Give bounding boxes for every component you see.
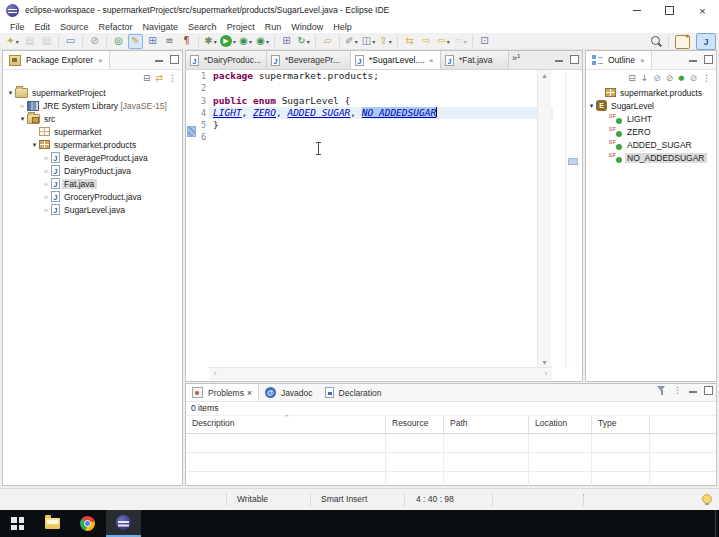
console-icon[interactable]: ▭ [63,34,78,49]
expand-icon[interactable]: ▹ [42,180,51,188]
maximize-view-icon[interactable] [170,55,179,64]
last-edit-location-icon[interactable]: ⇆ [402,34,417,49]
close-icon[interactable]: × [640,56,645,65]
close-icon[interactable]: × [429,56,434,65]
outline-item-no-addedsugar[interactable]: NO_ADDEDSUGAR [586,151,716,164]
tab-outline[interactable]: Outline × [586,51,652,69]
profile-icon[interactable]: ◉ ▾ [255,34,270,49]
link-with-editor-icon[interactable]: ⇄ [155,74,163,83]
sort-icon[interactable]: ↓ [641,74,649,83]
minimize-view-icon[interactable] [689,57,697,62]
expand-icon[interactable]: ▾ [6,89,15,97]
view-menu-icon[interactable]: ⋮ [673,386,682,395]
expand-icon[interactable]: ▾ [18,115,27,123]
vertical-scrollbar[interactable]: ▲ ▼ [537,70,551,368]
outline-item-light[interactable]: LIGHT [586,112,716,125]
open-perspective-icon[interactable] [675,35,690,49]
menu-item[interactable]: Window [286,21,328,33]
explorer-item-sugarlevel-java[interactable]: ▹ SugarLevel.java [3,203,182,216]
start-button[interactable] [2,510,33,537]
tab-sugarlevel-java[interactable]: *SugarLevel.... × [351,51,441,69]
outline-item-zero[interactable]: ZERO [586,125,716,138]
explorer-item-supermarket-products[interactable]: ▾ supermarket.products [3,138,182,151]
new-wizard-icon[interactable]: ✦ ▾ [5,34,20,49]
maximize-view-icon[interactable] [704,386,713,395]
menu-item[interactable]: Project [222,21,260,33]
import-folder-icon[interactable]: ▱ [320,34,335,49]
type-hierarchy-icon[interactable]: ⊞ [145,34,160,49]
java-perspective-icon[interactable]: J [696,33,716,50]
show-whitespace-icon[interactable]: ¶ [179,34,194,49]
outline-item-sugarlevel[interactable]: ▾ SugarLevel [586,99,716,112]
save-icon[interactable]: ▤ [22,34,37,49]
close-button[interactable]: × [686,0,719,21]
minimize-view-icon[interactable] [155,57,163,62]
tab-fat-java[interactable]: *Fat.java [441,51,509,69]
outline-item-supermarket-products[interactable]: supermarket.products [586,86,716,99]
menu-item[interactable]: File [5,21,30,33]
expand-icon[interactable]: ▾ [30,141,39,149]
menu-item[interactable]: Refactor [94,21,138,33]
link-with-editor-icon[interactable]: ⊡ [477,34,492,49]
outline-item-added-sugar[interactable]: ADDED_SUGAR [586,138,716,151]
save-all-icon[interactable]: ▤ [39,34,54,49]
dropdown-arrow-icon[interactable]: ▾ [464,38,467,45]
menu-item[interactable]: Navigate [138,21,184,33]
run-icon[interactable]: ▶ ▾ [220,34,236,49]
dropdown-arrow-icon[interactable]: ▾ [233,38,236,45]
notification-bulb-icon[interactable] [702,494,712,504]
column-header[interactable]: Resource [386,416,444,433]
tab-package-explorer[interactable]: Package Explorer × [3,51,110,69]
column-header[interactable]: Type [592,416,650,433]
hide-local-types-icon[interactable]: ⊘ [689,74,697,83]
close-icon[interactable]: × [98,56,103,65]
search-icon[interactable] [650,35,662,48]
java-browsing-icon[interactable]: ⊞ [279,34,294,49]
view-menu-icon[interactable]: ⋮ [168,74,177,83]
dropdown-arrow-icon[interactable]: ▾ [447,38,450,45]
menu-item[interactable]: Search [183,21,222,33]
show-desktop-button[interactable] [715,510,719,537]
explorer-item-supermarket[interactable]: supermarket [3,125,182,138]
horizontal-scrollbar[interactable]: ‹ › [209,367,552,380]
expand-icon[interactable]: ▾ [587,102,596,110]
hide-static-icon[interactable]: ⊘ [666,74,674,83]
open-task-icon[interactable]: ◫ ▾ [361,34,376,49]
scroll-left-icon[interactable]: ‹ [209,368,221,380]
hide-non-public-icon[interactable]: ● [678,75,684,82]
run-last-icon[interactable]: ↻ ▾ [296,34,311,49]
minimize-view-icon[interactable] [555,57,563,62]
scroll-up-icon[interactable]: ▲ [538,70,551,81]
dropdown-arrow-icon[interactable]: ▾ [249,38,252,45]
collapse-all-icon[interactable]: ⊟ [628,74,636,83]
back-icon[interactable]: ⇦ ▾ [436,34,451,49]
view-menu-icon[interactable]: ⋮ [702,74,711,83]
dropdown-arrow-icon[interactable]: ▾ [307,38,310,45]
taskbar-eclipse-button[interactable] [106,510,141,537]
skip-breakpoints-icon[interactable]: ⊘ [87,34,102,49]
overview-ruler[interactable] [565,70,581,368]
collapse-all-icon[interactable]: ⊟ [143,74,151,83]
dropdown-arrow-icon[interactable]: ▾ [16,38,19,45]
explorer-item-beverageproduct-java[interactable]: ▹ BeverageProduct.java [3,151,182,164]
explorer-item-src[interactable]: ▾ src [3,112,182,125]
minimize-button[interactable] [620,0,653,21]
expand-icon[interactable]: ▹ [42,154,51,162]
dropdown-arrow-icon[interactable]: ▾ [355,38,358,45]
expand-icon[interactable]: ▹ [42,193,51,201]
taskbar-chrome-button[interactable] [72,510,103,537]
column-header[interactable]: Path [444,416,529,433]
next-edit-location-icon[interactable]: ⇨ [419,34,434,49]
explorer-item-fat-java[interactable]: ▹ Fat.java [3,177,182,190]
menu-item[interactable]: Edit [30,21,56,33]
dropdown-arrow-icon[interactable]: ▾ [214,38,217,45]
debug-icon[interactable]: ✱ ▾ [203,34,218,49]
forward-icon[interactable]: ⇨ ▾ [453,34,468,49]
expand-icon[interactable]: ▹ [42,167,51,175]
expand-icon[interactable]: ▹ [18,102,27,110]
menu-item[interactable]: Source [55,21,94,33]
dropdown-arrow-icon[interactable]: ▾ [389,38,392,45]
tab-beverageproduct-java[interactable]: *BeveragePr... [267,51,351,69]
tab-declaration[interactable]: Declaration [319,384,388,401]
new-element-icon[interactable]: ✐ ▾ [344,34,359,49]
